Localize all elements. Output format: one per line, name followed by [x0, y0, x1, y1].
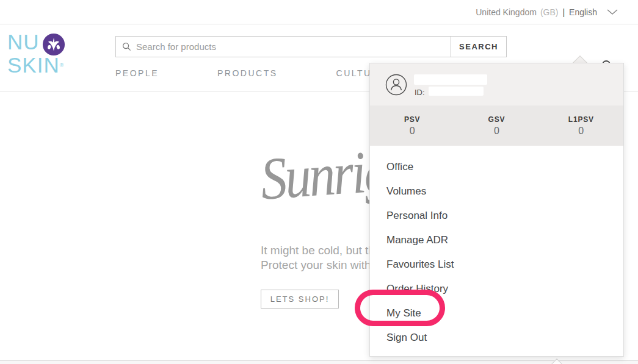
- account-user-section: ID:: [370, 63, 623, 105]
- logo-text-nu: NU: [7, 33, 40, 51]
- nuskin-logo[interactable]: NU SKIN®: [7, 33, 65, 74]
- stat-l1psv-label: L1PSV: [539, 115, 623, 124]
- menu-item-manage-adr[interactable]: Manage ADR: [370, 228, 623, 252]
- redacted-user-id: [429, 87, 484, 96]
- locale-separator: |: [562, 7, 565, 17]
- volume-stats-row: PSV 0 GSV 0 L1PSV 0: [370, 105, 623, 146]
- stat-l1psv: L1PSV 0: [539, 105, 623, 146]
- stat-psv-value: 0: [370, 126, 454, 137]
- account-dropdown-menu: ID: PSV 0 GSV 0 L1PSV 0 Office Volumes P…: [369, 63, 624, 357]
- stat-gsv-value: 0: [454, 126, 538, 137]
- search-bar: SEARCH: [115, 36, 507, 57]
- user-id-label: ID:: [415, 88, 425, 97]
- nav-item-people[interactable]: PEOPLE: [115, 68, 159, 78]
- locale-selector[interactable]: United Kingdom (GB) | English: [476, 0, 618, 24]
- nav-item-products[interactable]: PRODUCTS: [217, 68, 278, 78]
- menu-item-office[interactable]: Office: [370, 155, 623, 179]
- search-button[interactable]: SEARCH: [451, 36, 507, 57]
- language-label: English: [569, 7, 597, 17]
- country-code-label: (GB): [540, 7, 559, 17]
- avatar-icon: [385, 74, 407, 98]
- menu-item-personal-info[interactable]: Personal Info: [370, 204, 623, 228]
- menu-item-sign-out[interactable]: Sign Out: [370, 326, 623, 350]
- logo-text-skin: SKIN: [7, 53, 60, 77]
- page: United Kingdom (GB) | English NU: [0, 0, 638, 364]
- top-bar: United Kingdom (GB) | English: [0, 0, 638, 24]
- menu-item-my-site[interactable]: My Site: [370, 301, 623, 326]
- account-menu-list: Office Volumes Personal Info Manage ADR …: [370, 146, 623, 350]
- country-label: United Kingdom: [476, 7, 537, 17]
- next-section-edge: [0, 361, 638, 364]
- chevron-down-icon: [607, 9, 618, 15]
- menu-item-order-history[interactable]: Order History: [370, 277, 623, 301]
- search-icon: [122, 42, 131, 51]
- menu-item-favourites-list[interactable]: Favourites List: [370, 252, 623, 277]
- hero-tagline-line1: It might be cold, but the: [261, 243, 382, 258]
- registered-mark: ®: [60, 62, 65, 68]
- search-input[interactable]: [136, 41, 444, 52]
- redacted-username: [414, 74, 487, 85]
- stat-gsv: GSV 0: [454, 105, 538, 146]
- stat-psv-label: PSV: [370, 115, 454, 124]
- stat-psv: PSV 0: [370, 105, 454, 146]
- hero-tagline-line2: Protect your skin with S: [261, 258, 382, 273]
- stat-gsv-label: GSV: [454, 115, 538, 124]
- menu-item-volumes[interactable]: Volumes: [370, 179, 623, 204]
- lets-shop-button[interactable]: LETS SHOP!: [261, 290, 339, 309]
- stat-l1psv-value: 0: [539, 126, 623, 137]
- hero-tagline: It might be cold, but the Protect your s…: [261, 243, 382, 273]
